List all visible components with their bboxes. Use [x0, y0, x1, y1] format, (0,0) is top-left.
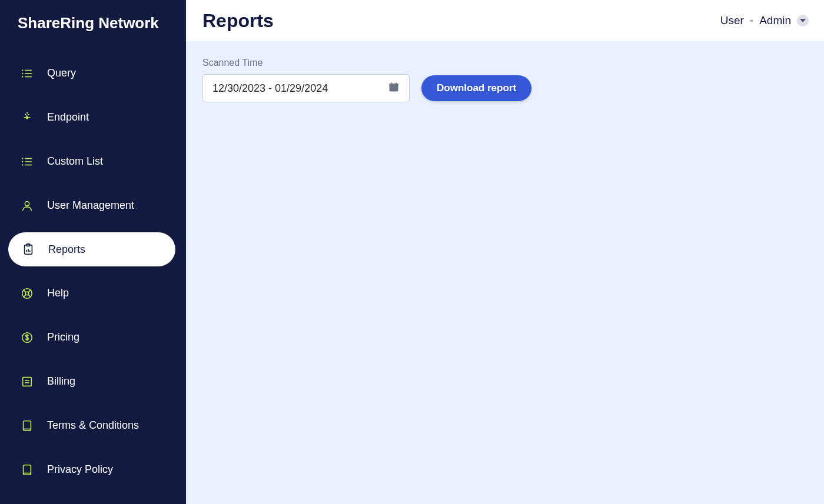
calendar-icon [388, 81, 400, 96]
chevron-down-icon[interactable] [797, 15, 809, 26]
sidebar-item-label: Privacy Policy [47, 463, 113, 476]
billing-icon [20, 375, 34, 389]
sidebar: ShareRing Network Query Endpoint Custom … [0, 0, 186, 504]
sidebar-item-label: Billing [47, 375, 75, 388]
sidebar-item-label: Pricing [47, 331, 79, 343]
document-icon [20, 419, 34, 433]
user-role: Admin [759, 14, 791, 27]
sidebar-item-label: Endpoint [47, 111, 89, 124]
brand-title: ShareRing Network [0, 14, 186, 46]
page-title: Reports [202, 10, 274, 32]
svg-line-26 [28, 290, 31, 292]
svg-point-5 [22, 76, 23, 77]
sidebar-item-pricing[interactable]: Pricing [0, 315, 186, 359]
svg-rect-39 [390, 84, 398, 86]
sidebar-item-privacy[interactable]: Privacy Policy [0, 448, 186, 492]
svg-point-14 [22, 161, 23, 162]
user-separator: - [750, 14, 753, 27]
main: Reports User - Admin Scanned Time 12/30/… [186, 0, 824, 504]
clipboard-icon [21, 242, 35, 256]
dollar-icon [20, 331, 34, 345]
svg-point-15 [22, 165, 23, 165]
filter-row: 12/30/2023 - 01/29/2024 Download report [202, 74, 808, 102]
user-icon [20, 199, 34, 213]
sidebar-nav: Query Endpoint Custom List User Manageme… [0, 46, 186, 492]
list-icon [20, 66, 34, 81]
sidebar-item-endpoint[interactable]: Endpoint [0, 95, 186, 139]
sidebar-item-label: User Management [47, 199, 134, 212]
svg-point-13 [22, 158, 23, 159]
svg-point-42 [391, 88, 393, 89]
sidebar-item-terms[interactable]: Terms & Conditions [0, 403, 186, 448]
header: Reports User - Admin [186, 0, 824, 41]
sidebar-item-custom-list[interactable]: Custom List [0, 139, 186, 183]
scanned-time-label: Scanned Time [202, 58, 808, 68]
sidebar-item-user-management[interactable]: User Management [0, 183, 186, 228]
svg-point-16 [25, 201, 29, 205]
svg-line-24 [24, 290, 26, 292]
sidebar-item-query[interactable]: Query [0, 51, 186, 95]
svg-point-3 [22, 70, 23, 71]
date-range-value: 12/30/2023 - 01/29/2024 [212, 82, 328, 95]
date-range-input[interactable]: 12/30/2023 - 01/29/2024 [202, 74, 410, 102]
svg-point-44 [396, 88, 397, 89]
document-icon [20, 463, 34, 477]
user-menu[interactable]: User - Admin [720, 14, 809, 27]
svg-marker-37 [800, 19, 806, 22]
sidebar-item-billing[interactable]: Billing [0, 359, 186, 403]
sidebar-item-label: Help [47, 287, 69, 299]
svg-point-4 [22, 73, 23, 74]
svg-point-23 [25, 292, 29, 295]
sidebar-item-label: Query [47, 67, 76, 79]
svg-line-27 [24, 294, 26, 296]
sidebar-item-label: Custom List [47, 155, 103, 168]
sidebar-item-help[interactable]: Help [0, 271, 186, 315]
svg-point-43 [393, 88, 394, 89]
sidebar-item-label: Terms & Conditions [47, 419, 139, 432]
svg-point-9 [26, 116, 28, 118]
download-report-button[interactable]: Download report [421, 75, 531, 101]
sidebar-item-label: Reports [48, 243, 85, 256]
svg-marker-6 [25, 112, 29, 116]
sidebar-item-reports[interactable]: Reports [8, 232, 175, 266]
content: Scanned Time 12/30/2023 - 01/29/2024 Dow… [186, 41, 824, 504]
list-icon [20, 155, 34, 169]
svg-line-25 [28, 294, 31, 296]
user-label: User [720, 14, 744, 27]
help-icon [20, 286, 34, 301]
endpoint-icon [20, 111, 34, 125]
svg-rect-30 [23, 377, 32, 386]
